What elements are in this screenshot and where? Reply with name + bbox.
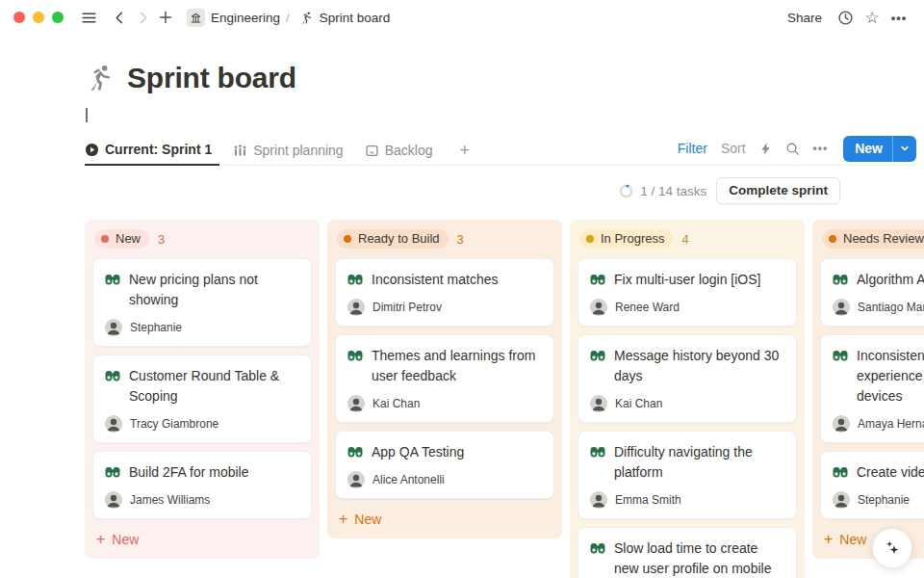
status-dot-icon bbox=[829, 235, 836, 243]
sidebar-menu-icon[interactable] bbox=[77, 6, 100, 29]
task-card[interactable]: Themes and learnings from user feedback … bbox=[335, 334, 554, 423]
assignee-avatar bbox=[105, 491, 122, 509]
binoculars-icon bbox=[590, 272, 605, 287]
breadcrumb-workspace[interactable]: Engineering bbox=[211, 11, 280, 25]
search-icon[interactable] bbox=[785, 142, 800, 156]
assignee-avatar bbox=[833, 415, 850, 433]
page-runner-icon bbox=[299, 11, 314, 25]
column-header: Needs Review bbox=[820, 227, 924, 258]
card-assignee-name: Emma Smith bbox=[615, 493, 681, 507]
view-controls: Filter Sort ••• New bbox=[678, 136, 916, 166]
box-icon bbox=[365, 144, 379, 158]
add-view-icon[interactable]: + bbox=[453, 141, 475, 161]
close-window-button[interactable] bbox=[13, 12, 25, 23]
forward-icon[interactable] bbox=[131, 6, 154, 29]
card-title-row: Difficulty navigating the platform bbox=[590, 442, 784, 483]
plus-icon: + bbox=[824, 532, 833, 547]
sort-button[interactable]: Sort bbox=[721, 141, 746, 156]
card-assignee: Dimitri Petrov bbox=[347, 299, 542, 316]
view-more-icon[interactable]: ••• bbox=[813, 142, 829, 155]
plus-icon: + bbox=[96, 532, 105, 547]
assignee-avatar bbox=[347, 299, 365, 316]
add-card-button[interactable]: + New bbox=[335, 507, 554, 531]
card-title-row: Customer Round Table & Scoping bbox=[105, 366, 299, 407]
column-status-pill[interactable]: New bbox=[94, 229, 149, 249]
tab-backlog[interactable]: Backlog bbox=[365, 136, 441, 166]
new-page-icon[interactable] bbox=[154, 6, 177, 29]
card-assignee-name: Kai Chan bbox=[372, 397, 420, 410]
task-card[interactable]: Inconsistent user experience across diff… bbox=[820, 334, 924, 443]
complete-sprint-button[interactable]: Complete sprint bbox=[716, 177, 840, 204]
card-assignee: Amaya Hernandez bbox=[833, 415, 924, 433]
updates-clock-icon[interactable] bbox=[834, 6, 857, 29]
card-assignee: Santiago Martinez bbox=[833, 299, 924, 316]
page-icon-runner[interactable] bbox=[85, 63, 116, 93]
card-assignee: Kai Chan bbox=[590, 395, 784, 412]
sparkles-icon bbox=[883, 539, 902, 558]
task-card[interactable]: Create video guides Stephanie bbox=[820, 451, 924, 519]
breadcrumb: Engineering / Sprint board bbox=[187, 9, 390, 27]
assignee-avatar bbox=[105, 415, 122, 433]
binoculars-icon bbox=[105, 368, 120, 383]
chevron-down-icon[interactable] bbox=[893, 136, 916, 162]
card-title: Message history beyond 30 days bbox=[614, 346, 784, 386]
column-status-pill[interactable]: Ready to Build bbox=[337, 229, 449, 249]
column-pill-label: In Progress bbox=[601, 231, 664, 246]
tab-current-sprint[interactable]: Current: Sprint 1 bbox=[85, 136, 219, 166]
back-icon[interactable] bbox=[108, 6, 131, 29]
task-card[interactable]: Build 2FA for mobile James Williams bbox=[92, 451, 312, 519]
workspace-building-icon[interactable] bbox=[187, 9, 205, 27]
task-card[interactable]: Message history beyond 30 days Kai Chan bbox=[578, 334, 797, 423]
column-new-label: New bbox=[112, 532, 139, 547]
card-title-row: Algorithm A/B test bbox=[833, 270, 924, 290]
favorite-star-icon[interactable]: ☆ bbox=[860, 6, 884, 29]
column-header: Ready to Build 3 bbox=[335, 227, 554, 258]
notion-ai-button[interactable] bbox=[872, 528, 912, 568]
task-card[interactable]: New pricing plans not showing Stephanie bbox=[92, 258, 312, 347]
task-card[interactable]: Difficulty navigating the platform Emma … bbox=[578, 431, 797, 519]
page-title[interactable]: Sprint board bbox=[127, 62, 296, 94]
traffic-lights bbox=[13, 12, 64, 23]
add-card-button[interactable]: + New bbox=[92, 527, 312, 551]
task-card[interactable]: App QA Testing Alice Antonelli bbox=[335, 431, 554, 499]
card-list: Algorithm A/B test Santiago Martinez Inc… bbox=[820, 258, 924, 519]
column-pill-label: Needs Review bbox=[843, 231, 924, 246]
task-card[interactable]: Slow load time to create new user profil… bbox=[578, 527, 797, 578]
card-assignee-name: Alice Antonelli bbox=[372, 473, 445, 486]
card-list: New pricing plans not showing Stephanie … bbox=[92, 258, 312, 519]
column-status-pill[interactable]: Needs Review bbox=[822, 229, 924, 249]
filter-button[interactable]: Filter bbox=[678, 141, 707, 156]
more-options-icon[interactable]: ••• bbox=[887, 6, 911, 29]
card-title: Build 2FA for mobile bbox=[129, 462, 249, 483]
card-title-row: App QA Testing bbox=[347, 442, 542, 462]
tab-sprint-planning[interactable]: Sprint planning bbox=[233, 136, 350, 166]
card-title: Slow load time to create new user profil… bbox=[614, 539, 784, 578]
board-column: In Progress 4 Fix multi-user login [iOS]… bbox=[570, 220, 805, 578]
board: New 3 New pricing plans not showing Step… bbox=[85, 220, 924, 578]
card-title-row: Fix multi-user login [iOS] bbox=[590, 270, 784, 290]
card-title-row: Inconsistent user experience across diff… bbox=[833, 346, 924, 407]
tab-label: Current: Sprint 1 bbox=[105, 142, 212, 157]
new-button[interactable]: New bbox=[843, 136, 892, 162]
automations-bolt-icon[interactable] bbox=[759, 142, 772, 156]
card-title: New pricing plans not showing bbox=[129, 270, 299, 310]
card-assignee-name: Renee Ward bbox=[615, 301, 680, 314]
minimize-window-button[interactable] bbox=[33, 12, 44, 23]
card-title: Inconsistent user experience across diff… bbox=[857, 346, 924, 407]
column-status-pill[interactable]: In Progress bbox=[579, 229, 673, 249]
zoom-window-button[interactable] bbox=[52, 12, 64, 23]
share-button[interactable]: Share bbox=[780, 7, 830, 29]
task-card[interactable]: Inconsistent matches Dimitri Petrov bbox=[335, 258, 554, 327]
binoculars-icon bbox=[833, 464, 848, 480]
binoculars-icon bbox=[105, 272, 120, 287]
card-assignee: Alice Antonelli bbox=[347, 471, 542, 488]
task-card[interactable]: Algorithm A/B test Santiago Martinez bbox=[820, 258, 924, 327]
task-card[interactable]: Customer Round Table & Scoping Tracy Gia… bbox=[92, 355, 312, 443]
card-list: Fix multi-user login [iOS] Renee Ward Me… bbox=[578, 258, 797, 578]
card-assignee-name: Tracy Giambrone bbox=[130, 417, 218, 431]
task-card[interactable]: Fix multi-user login [iOS] Renee Ward bbox=[578, 258, 797, 327]
breadcrumb-page[interactable]: Sprint board bbox=[320, 11, 391, 25]
tab-label: Backlog bbox=[385, 143, 433, 158]
assignee-avatar bbox=[347, 395, 365, 412]
column-count: 4 bbox=[681, 232, 688, 247]
